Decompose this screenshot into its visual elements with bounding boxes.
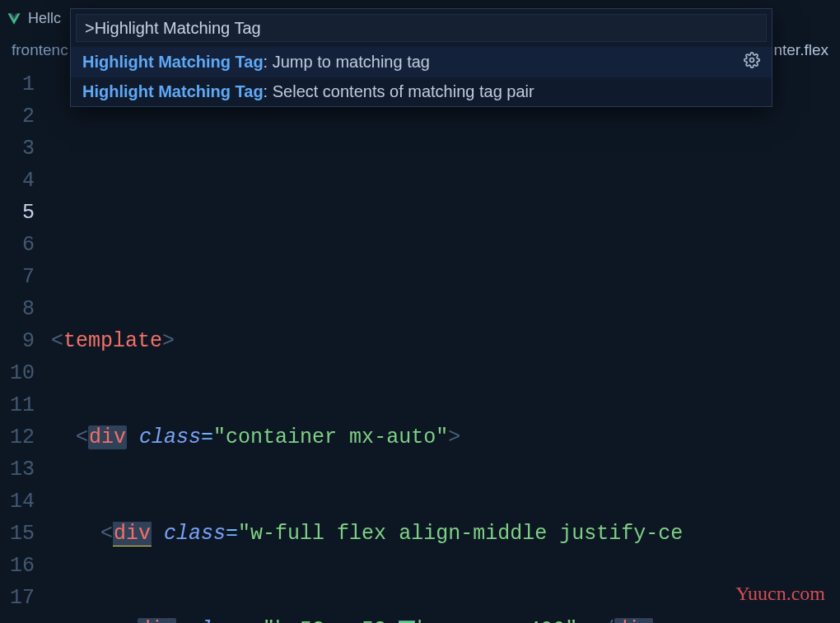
command-palette-item[interactable]: Highlight Matching Tag: Jump to matching… (71, 47, 772, 77)
command-palette-item[interactable]: Highlight Matching Tag: Select contents … (71, 77, 772, 106)
line-number: 7 (0, 261, 35, 293)
command-palette: Highlight Matching Tag: Jump to matching… (70, 8, 772, 107)
line-number: 9 (0, 325, 35, 357)
line-number: 3 (0, 133, 35, 165)
line-number: 14 (0, 486, 35, 518)
code-area[interactable]: <template> <div class="container mx-auto… (51, 63, 683, 623)
line-number: 16 (0, 550, 35, 582)
line-number: 8 (0, 293, 35, 325)
editor[interactable]: 1234567891011121314151617 <template> <di… (0, 63, 840, 623)
breadcrumb-segment[interactable]: nter.flex (773, 41, 828, 59)
line-gutter: 1234567891011121314151617 (0, 63, 51, 623)
gear-icon[interactable] (744, 52, 760, 72)
tab-title[interactable]: Hellc (28, 10, 61, 27)
line-number: 2 (0, 100, 35, 133)
line-number: 1 (0, 68, 35, 100)
line-number: 11 (0, 389, 35, 421)
line-number: 6 (0, 229, 35, 261)
line-number: 10 (0, 357, 35, 389)
line-number: 5 (0, 197, 35, 229)
line-number: 4 (0, 165, 35, 197)
command-palette-list: Highlight Matching Tag: Jump to matching… (71, 47, 772, 106)
line-number: 12 (0, 421, 35, 453)
vue-logo-icon (7, 12, 21, 26)
line-number: 17 (0, 582, 35, 614)
line-number: 13 (0, 453, 35, 486)
svg-point-0 (750, 58, 754, 63)
watermark: Yuucn.com (735, 583, 825, 605)
command-palette-input[interactable] (76, 14, 767, 42)
breadcrumb-segment[interactable]: frontenc (12, 41, 68, 59)
line-number: 15 (0, 518, 35, 550)
